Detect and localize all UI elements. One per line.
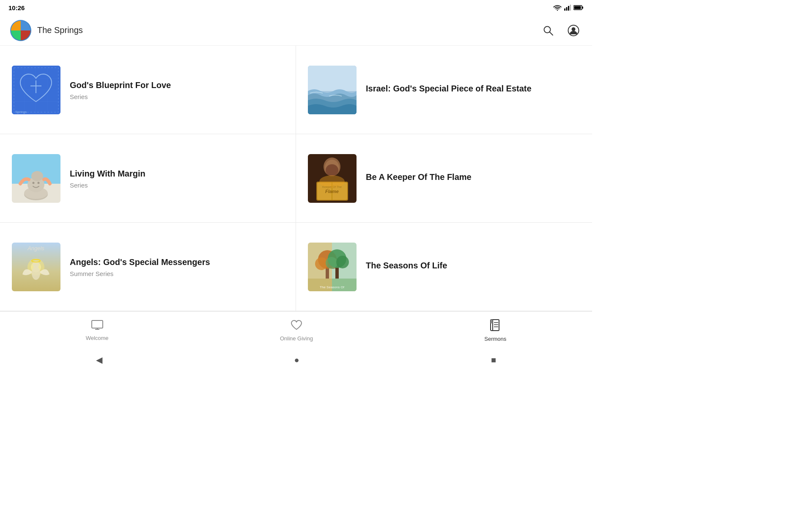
search-icon — [543, 25, 554, 36]
svg-point-30 — [33, 182, 35, 184]
top-bar: The Springs — [0, 15, 592, 46]
svg-point-61 — [336, 256, 349, 268]
nav-item-giving[interactable]: Online Giving — [263, 316, 330, 345]
nav-item-welcome[interactable]: Welcome — [69, 317, 126, 345]
series-item-flame[interactable]: Flame Keeper Of The Be A Keeper Of The F… — [296, 134, 592, 223]
series-title-israel: Israel: God's Special Piece of Real Esta… — [366, 83, 580, 94]
series-item-blueprint[interactable]: Springs God's Blueprint For Love Series — [0, 46, 296, 134]
svg-rect-63 — [92, 320, 103, 328]
svg-rect-4 — [570, 5, 571, 11]
svg-point-32 — [31, 171, 43, 181]
series-title-flame: Be A Keeper Of The Flame — [366, 171, 580, 182]
svg-text:Keeper Of The: Keeper Of The — [322, 185, 342, 189]
top-bar-left: The Springs — [10, 20, 83, 41]
heart-icon — [291, 320, 302, 334]
status-time: 10:26 — [8, 4, 25, 11]
battery-icon — [573, 5, 584, 11]
series-title-angels: Angels: God's Special Messengers — [70, 257, 284, 268]
series-item-angels[interactable]: Angels Angels: God's Special Messengers … — [0, 223, 296, 311]
sermons-icon-svg — [490, 319, 501, 331]
svg-rect-71 — [491, 320, 493, 323]
series-title-blueprint: God's Blueprint For Love — [70, 80, 284, 91]
android-nav-bar: ◀ ● ■ — [0, 349, 592, 370]
svg-text:The Seasons Of: The Seasons Of — [320, 285, 345, 289]
series-item-margin[interactable]: Living With Margin Series — [0, 134, 296, 223]
app-logo — [10, 20, 31, 41]
svg-point-0 — [557, 10, 558, 11]
series-title-margin: Living With Margin — [70, 168, 284, 179]
back-button[interactable]: ◀ — [96, 355, 102, 365]
home-button[interactable]: ● — [294, 355, 299, 365]
book-icon — [490, 319, 501, 334]
wifi-icon — [553, 5, 562, 11]
series-thumb-flame: Flame Keeper Of The — [308, 154, 357, 203]
app-logo-inner — [11, 21, 30, 40]
recent-button[interactable]: ■ — [491, 355, 496, 365]
series-thumb-angels: Angels — [12, 243, 60, 291]
series-thumb-margin — [12, 154, 60, 203]
nav-label-giving: Online Giving — [280, 335, 313, 342]
profile-button[interactable] — [565, 22, 582, 39]
svg-rect-53 — [332, 279, 357, 291]
svg-rect-2 — [566, 7, 568, 11]
series-info-seasons: The Seasons Of Life — [366, 260, 580, 273]
flame-image: Flame Keeper Of The — [308, 154, 357, 203]
status-icons — [553, 5, 584, 11]
top-bar-right — [540, 22, 582, 39]
svg-text:Angels: Angels — [27, 245, 44, 251]
svg-rect-6 — [582, 7, 584, 9]
series-info-israel: Israel: God's Special Piece of Real Esta… — [366, 83, 580, 97]
series-info-flame: Be A Keeper Of The Flame — [366, 171, 580, 185]
series-info-margin: Living With Margin Series — [70, 168, 284, 189]
blueprint-image: Springs — [12, 66, 60, 114]
app-title: The Springs — [37, 25, 83, 35]
series-subtitle-blueprint: Series — [70, 93, 284, 100]
signal-icon — [564, 5, 571, 11]
nav-item-sermons[interactable]: Sermons — [467, 316, 523, 345]
angels-image: Angels — [12, 243, 60, 291]
seasons-image: The Seasons Of — [308, 243, 357, 291]
israel-image — [308, 66, 357, 114]
welcome-icon-svg — [91, 320, 103, 330]
svg-point-36 — [326, 164, 338, 176]
series-grid: Springs God's Blueprint For Love Series — [0, 46, 592, 311]
series-item-israel[interactable]: Israel: God's Special Piece of Real Esta… — [296, 46, 592, 134]
svg-point-60 — [326, 257, 337, 269]
series-item-seasons[interactable]: The Seasons Of The Seasons Of Life — [296, 223, 592, 311]
series-thumb-blueprint: Springs — [12, 66, 60, 114]
series-info-blueprint: God's Blueprint For Love Series — [70, 80, 284, 100]
svg-rect-3 — [568, 6, 569, 11]
content-area: Springs God's Blueprint For Love Series — [0, 46, 592, 311]
svg-point-46 — [32, 266, 40, 280]
svg-rect-24 — [308, 66, 357, 91]
monitor-icon — [91, 320, 103, 333]
profile-icon — [568, 25, 579, 36]
svg-point-11 — [572, 27, 576, 31]
status-bar: 10:26 — [0, 0, 592, 15]
series-info-angels: Angels: God's Special Messengers Summer … — [70, 257, 284, 277]
svg-rect-7 — [574, 6, 581, 9]
search-button[interactable] — [540, 22, 557, 39]
nav-label-welcome: Welcome — [86, 335, 109, 341]
series-thumb-seasons: The Seasons Of — [308, 243, 357, 291]
nav-label-sermons: Sermons — [484, 336, 506, 342]
giving-icon-svg — [291, 320, 302, 331]
series-subtitle-margin: Series — [70, 182, 284, 189]
series-thumb-israel — [308, 66, 357, 114]
svg-point-31 — [38, 182, 40, 184]
margin-image — [12, 154, 60, 203]
svg-rect-1 — [564, 8, 565, 11]
svg-text:Flame: Flame — [325, 189, 339, 194]
bottom-nav: Welcome Online Giving Sermons — [0, 311, 592, 349]
series-subtitle-angels: Summer Series — [70, 270, 284, 277]
svg-line-9 — [550, 32, 553, 35]
series-title-seasons: The Seasons Of Life — [366, 260, 580, 271]
svg-text:Springs: Springs — [15, 110, 27, 114]
